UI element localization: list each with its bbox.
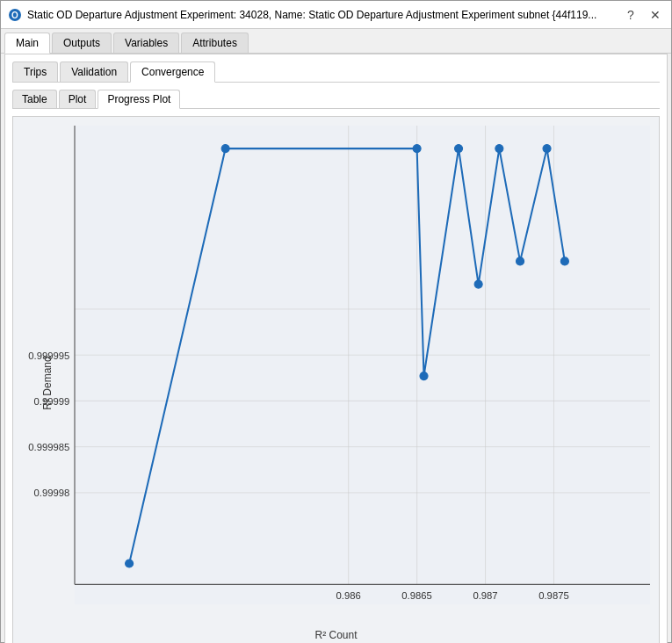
tab-attributes[interactable]: Attributes bbox=[181, 33, 249, 53]
main-window: O Static OD Departure Adjustment Experim… bbox=[0, 0, 672, 643]
app-icon: O bbox=[8, 8, 22, 22]
chart-svg: 0.99998 0.999985 0.99999 0.999995 0.986 … bbox=[75, 126, 650, 604]
inner-tab-bar: Table Plot Progress Plot bbox=[12, 90, 660, 109]
tab-trips[interactable]: Trips bbox=[12, 61, 58, 82]
tab-validation[interactable]: Validation bbox=[60, 61, 128, 82]
data-point-9 bbox=[543, 145, 551, 153]
y-tick-2: 0.999985 bbox=[28, 442, 69, 452]
y-tick-4: 0.999995 bbox=[28, 350, 69, 361]
x-tick-1: 0.986 bbox=[336, 590, 361, 601]
help-icon-btn[interactable]: ? bbox=[622, 6, 639, 24]
chart-container: R² Demand R² Count bbox=[12, 116, 660, 643]
window-title: Static OD Departure Adjustment Experimen… bbox=[27, 9, 596, 21]
data-point-5 bbox=[455, 145, 463, 153]
data-point-6 bbox=[474, 280, 482, 288]
data-point-10 bbox=[560, 257, 568, 265]
y-tick-3: 0.99999 bbox=[34, 396, 70, 407]
y-tick-1: 0.99998 bbox=[34, 488, 70, 498]
data-point-2 bbox=[221, 145, 229, 153]
tab-progress-plot[interactable]: Progress Plot bbox=[98, 90, 180, 109]
tab-outputs[interactable]: Outputs bbox=[52, 33, 112, 53]
tab-convergence[interactable]: Convergence bbox=[130, 61, 215, 83]
data-point-7 bbox=[495, 145, 503, 153]
data-point-1 bbox=[126, 560, 134, 567]
tab-main[interactable]: Main bbox=[4, 33, 50, 54]
x-tick-2: 0.9865 bbox=[401, 590, 432, 601]
x-axis-label: R² Count bbox=[314, 629, 357, 641]
data-polyline bbox=[129, 148, 565, 563]
title-bar: O Static OD Departure Adjustment Experim… bbox=[1, 1, 671, 29]
data-point-8 bbox=[517, 257, 524, 265]
content-area: Trips Validation Convergence Table Plot … bbox=[4, 54, 668, 643]
plot-area: 0.99998 0.999985 0.99999 0.999995 0.986 … bbox=[75, 126, 650, 604]
tab-plot[interactable]: Plot bbox=[59, 90, 97, 108]
title-bar-left: O Static OD Departure Adjustment Experim… bbox=[8, 8, 596, 22]
sub-tab-bar: Trips Validation Convergence bbox=[12, 61, 660, 83]
data-point-4 bbox=[420, 372, 428, 379]
tab-table[interactable]: Table bbox=[12, 90, 57, 108]
title-bar-right: ? ✕ bbox=[622, 6, 664, 24]
close-btn[interactable]: ✕ bbox=[647, 6, 664, 24]
svg-text:O: O bbox=[11, 11, 18, 20]
main-tab-bar: Main Outputs Variables Attributes bbox=[1, 29, 671, 54]
x-tick-4: 0.9875 bbox=[538, 590, 569, 601]
x-tick-3: 0.987 bbox=[473, 590, 497, 601]
tab-variables[interactable]: Variables bbox=[113, 33, 179, 53]
data-point-3 bbox=[413, 145, 421, 153]
